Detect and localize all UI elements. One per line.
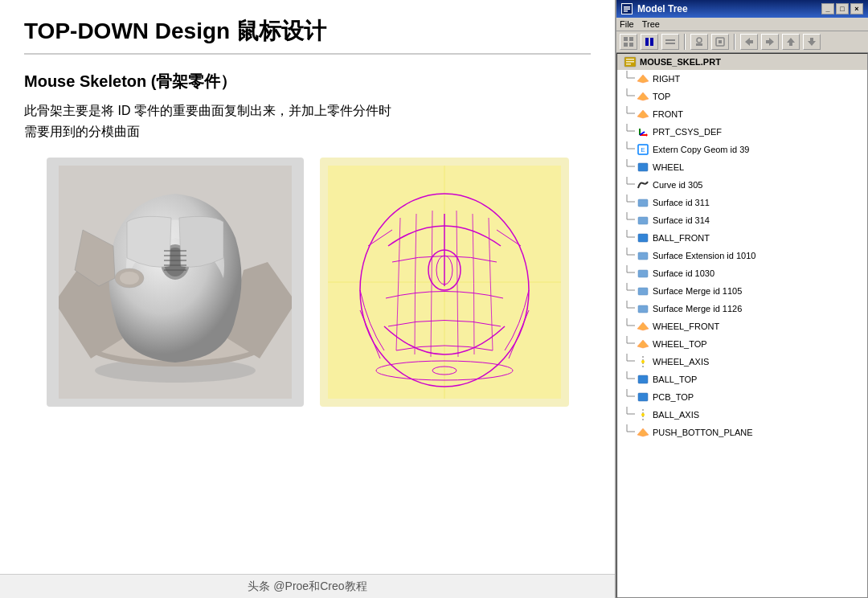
tree-item-push_botton_plane[interactable]: PUSH_BOTTON_PLANE (617, 424, 867, 441)
feature-icon (637, 231, 649, 244)
svg-marker-54 (637, 92, 649, 100)
tree-item-label: PRT_CSYS_DEF (653, 127, 722, 137)
svg-rect-28 (624, 10, 628, 12)
svg-rect-46 (626, 59, 634, 60)
surface-merge-icon (637, 285, 649, 297)
tree-item-surface-id-311[interactable]: Surface id 311 (617, 194, 867, 211)
tree-item-label: WHEEL_TOP (653, 339, 707, 349)
svg-marker-44 (808, 38, 816, 46)
feature-icon (637, 161, 649, 174)
tree-item-wheel_axis[interactable]: WHEEL_AXIS (617, 353, 867, 371)
close-button[interactable]: × (850, 3, 863, 14)
svg-rect-109 (638, 393, 648, 401)
mouse-3d-image (47, 158, 304, 407)
svg-rect-84 (638, 252, 648, 260)
toolbar-btn-5[interactable] (711, 34, 729, 50)
tree-item-label: BALL_AXIS (653, 410, 699, 420)
model-tree-app-icon (621, 3, 633, 14)
tree-item-prt_csys_def[interactable]: PRT_CSYS_DEF (617, 123, 867, 141)
tree-item-ball_axis[interactable]: BALL_AXIS (617, 406, 867, 424)
svg-rect-78 (638, 217, 648, 224)
svg-rect-70 (638, 163, 648, 171)
surface-icon (637, 214, 649, 227)
tree-item-front[interactable]: FRONT (617, 105, 867, 123)
svg-rect-93 (638, 305, 648, 313)
tree-item-ball_top[interactable]: BALL_TOP (617, 371, 867, 388)
svg-rect-27 (624, 9, 630, 10)
svg-rect-32 (629, 43, 633, 47)
tree-item-extern-copy-geom-id-39[interactable]: EExtern Copy Geom id 39 (617, 141, 867, 158)
tree-item-label: BALL_FRONT (653, 233, 710, 243)
section-title: Mouse Skeleton (骨架零件） (24, 71, 591, 92)
tree-item-wheel_top[interactable]: WHEEL_TOP (617, 335, 867, 353)
svg-rect-48 (626, 63, 631, 65)
toolbar-btn-2[interactable] (641, 34, 658, 50)
plane-icon (637, 73, 649, 84)
toolbar-btn-7[interactable] (761, 34, 779, 50)
tree-item-surface-merge-id-1105[interactable]: Surface Merge id 1105 (617, 282, 867, 300)
toolbar-btn-6[interactable] (740, 34, 758, 50)
tree-item-label: TOP (653, 92, 670, 101)
svg-rect-38 (696, 43, 702, 46)
mouse-wireframe-image (320, 158, 569, 407)
model-tree-menubar: File Tree (616, 18, 868, 31)
svg-rect-75 (638, 199, 648, 207)
tree-item-right[interactable]: RIGHT (617, 70, 867, 88)
tree-item-ball_front[interactable]: BALL_FRONT (617, 229, 867, 247)
main-content: TOP-DOWN Design 鼠标设计 Mouse Skeleton (骨架零… (0, 0, 615, 598)
model-tree-content[interactable]: MOUSE_SKEL.PRT RIGHT TOP FRONT PRT_CSYS_… (616, 53, 868, 598)
maximize-button[interactable]: □ (836, 3, 849, 14)
tree-item-label: Surface id 314 (653, 215, 710, 225)
svg-rect-33 (645, 38, 649, 46)
surface-icon (637, 196, 649, 209)
csys-icon (637, 125, 649, 138)
tree-item-surface-id-1030[interactable]: Surface id 1030 (617, 264, 867, 282)
curve-icon (637, 178, 649, 191)
tree-item-label: MOUSE_SKEL.PRT (640, 57, 721, 67)
svg-point-37 (697, 38, 702, 43)
svg-marker-99 (637, 340, 649, 348)
tree-item-surface-id-314[interactable]: Surface id 314 (617, 211, 867, 229)
toolbar-btn-1[interactable] (620, 34, 637, 50)
svg-marker-96 (637, 322, 649, 330)
tree-item-label: Surface Merge id 1126 (653, 304, 742, 313)
svg-marker-42 (766, 38, 774, 46)
toolbar-btn-4[interactable] (690, 34, 708, 50)
surface-icon (637, 267, 649, 280)
model-tree-panel: Model Tree _ □ × File Tree (615, 0, 868, 598)
plane-icon (637, 338, 649, 350)
root-icon (624, 55, 637, 68)
tree-item-label: Surface Merge id 1105 (653, 286, 742, 296)
model-tree-titlebar: Model Tree _ □ × (616, 0, 868, 18)
tree-item-pcb_top[interactable]: PCB_TOP (617, 388, 867, 406)
tree-item-surface-extension-id-1010[interactable]: Surface Extension id 1010 (617, 247, 867, 264)
minimize-button[interactable]: _ (821, 3, 834, 14)
tree-item-top[interactable]: TOP (617, 88, 867, 105)
svg-point-113 (641, 413, 645, 416)
svg-marker-63 (646, 133, 648, 137)
tree-item-surface-merge-id-1126[interactable]: Surface Merge id 1126 (617, 300, 867, 317)
plane-icon (637, 321, 649, 332)
tree-item-curve-id-305[interactable]: Curve id 305 (617, 176, 867, 194)
toolbar-btn-3[interactable] (661, 34, 679, 50)
toolbar-separator-1 (684, 34, 686, 50)
file-menu[interactable]: File (620, 19, 634, 29)
tree-item-wheel[interactable]: WHEEL (617, 158, 867, 176)
tree-item-label: Surface id 311 (653, 198, 710, 207)
axis-icon (637, 355, 649, 368)
tree-item-label: BALL_TOP (653, 375, 697, 384)
svg-marker-116 (637, 428, 649, 436)
toolbar-btn-8[interactable] (782, 34, 800, 50)
toolbar-btn-9[interactable] (803, 34, 821, 50)
svg-marker-51 (637, 75, 649, 83)
svg-text:E: E (641, 146, 645, 154)
description: 此骨架主要是将 ID 零件的重要曲面复制出来，并加上零件分件时 需要用到的分模曲… (24, 100, 591, 141)
plane-icon (637, 91, 649, 102)
tree-item-label: Curve id 305 (653, 180, 702, 190)
tree-item-mouse_skel.prt[interactable]: MOUSE_SKEL.PRT (617, 54, 867, 70)
feature-icon (637, 373, 649, 386)
page-title: TOP-DOWN Design 鼠标设计 (24, 16, 591, 55)
tree-item-label: Surface Extension id 1010 (653, 251, 755, 260)
tree-menu[interactable]: Tree (642, 19, 660, 29)
tree-item-wheel_front[interactable]: WHEEL_FRONT (617, 317, 867, 335)
